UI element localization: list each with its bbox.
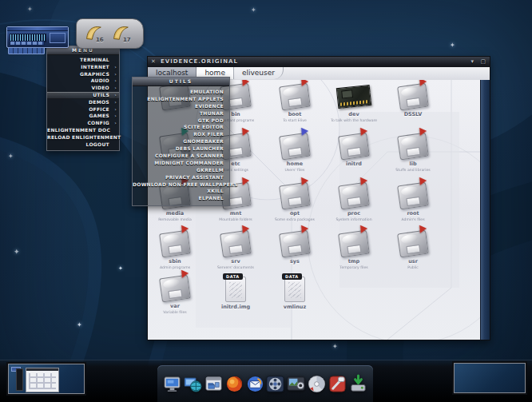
folder-item[interactable]: devTo talk with the hardware: [328, 85, 379, 122]
dock: [157, 365, 373, 402]
folder-item[interactable]: bootTo start Elive: [269, 85, 320, 122]
pager-workspace-2[interactable]: [454, 363, 526, 393]
menu-item-gtkpod[interactable]: GTK POD: [133, 117, 229, 125]
floppy-folder-icon: [338, 230, 370, 258]
menu-item-gnomebaker[interactable]: GNOMEBAKER: [133, 138, 229, 145]
floppy-folder-icon: [338, 182, 370, 210]
folder-item[interactable]: initrd: [328, 134, 379, 167]
sparkle-icon: ✦: [450, 42, 455, 49]
menu-item-emulation[interactable]: EMULATION: [133, 89, 229, 96]
close-icon[interactable]: ✕: [151, 57, 157, 67]
folder-item[interactable]: sys: [269, 232, 320, 265]
sparkle-icon: ✦: [118, 265, 123, 272]
data-file-icon: DATA: [284, 277, 305, 302]
e17-label: 17: [123, 37, 131, 43]
folder-item[interactable]: varVariable files: [149, 277, 200, 314]
folder-item[interactable]: srvServers' documents: [210, 232, 261, 269]
submenu-arrow-icon: ›: [114, 99, 117, 106]
menu-item-configure-scanner[interactable]: CONFIGURE A SCANNER: [133, 153, 229, 160]
menu-item-enlightenment-applets[interactable]: ENLIGHTENMENT APPLETS: [133, 96, 229, 103]
menu-item-download-wallpapers[interactable]: DOWNLOAD NON-FREE WALLPAPERS: [133, 181, 229, 189]
submenu-arrow-icon: ›: [114, 92, 117, 99]
floppy-folder-icon: [279, 133, 311, 161]
submenu-arrow-icon: ›: [114, 85, 117, 92]
scrollbar[interactable]: [480, 80, 490, 340]
menu-item-privacy-assistant[interactable]: PRIVACY ASSISTANT: [133, 174, 229, 181]
menu-item-evidence[interactable]: EVIDENCE: [133, 103, 229, 110]
sparkle-icon: ✦: [251, 6, 256, 14]
menu-item-terminal[interactable]: TERMINAL: [47, 57, 119, 64]
folder-item[interactable]: libStuffs and libraries: [387, 134, 439, 172]
graphics-tools-icon[interactable]: [328, 374, 347, 394]
menu-item-enlightenment-doc[interactable]: ENLIGHTENMENT DOC: [47, 127, 119, 134]
menu-item-video[interactable]: VIDEO›: [47, 85, 119, 92]
video-player-icon[interactable]: [265, 374, 285, 394]
folder-item[interactable]: procSystem information: [328, 184, 379, 221]
menu-item-games[interactable]: GAMES›: [47, 113, 119, 120]
player-buttons[interactable]: [10, 41, 45, 46]
utils-submenu: UTILS EMULATION ENLIGHTENMENT APPLETS EV…: [132, 77, 230, 206]
tab-eliveuser[interactable]: eliveuser: [234, 67, 284, 79]
submenu-title: UTILS: [133, 78, 229, 86]
shade-icon[interactable]: ▾: [470, 58, 474, 65]
desktop[interactable]: ✦ ✦ ✦ ✦ ✦ ✦ ✦ ✦ ✦ ✦ ✕ EVIDENCE.ORIGINAL …: [0, 0, 532, 402]
menu-item-thunar[interactable]: THUNAR: [133, 110, 229, 117]
player-display: [50, 33, 66, 43]
e16-label: 16: [96, 37, 104, 43]
folder-item[interactable]: usrPublic: [387, 232, 439, 269]
floppy-folder-icon: [397, 230, 429, 258]
window-titlebar[interactable]: ✕ EVIDENCE.ORIGINAL ▾ ▢: [148, 57, 490, 68]
submenu-arrow-icon: ›: [114, 120, 117, 127]
photo-viewer-icon[interactable]: [286, 374, 306, 394]
file-manager-icon[interactable]: [204, 374, 224, 394]
menu-item-scite-editor[interactable]: SCITE EDITOR: [133, 124, 229, 131]
floppy-folder-icon: [279, 83, 311, 111]
pager-menu-thumb: [16, 368, 23, 391]
folder-item[interactable]: sbinAdmin programs: [149, 232, 200, 269]
folder-item[interactable]: DSSLV: [387, 85, 439, 117]
folder-item[interactable]: optSome extra packages: [269, 184, 320, 221]
menu-item-graphics[interactable]: GRAPHICS›: [47, 71, 119, 78]
menu-item-internet[interactable]: INTERNET›: [47, 64, 119, 71]
web-browser-icon[interactable]: [224, 374, 244, 394]
maximize-icon[interactable]: ▢: [480, 58, 486, 65]
submenu-arrow-icon: ›: [114, 106, 117, 113]
floppy-folder-icon: [279, 230, 311, 258]
menu-item-rox-filer[interactable]: ROX FILER: [133, 131, 229, 138]
sparkle-icon: ✦: [14, 248, 20, 256]
network-icon[interactable]: [183, 374, 203, 394]
menu-item-elpanel[interactable]: ELPANEL: [133, 195, 229, 202]
cd-burner-icon[interactable]: [307, 374, 327, 394]
menu-item-gkrellm[interactable]: GKRELLM: [133, 167, 229, 174]
playlist-bar[interactable]: [8, 47, 45, 54]
sparkle-icon: ✦: [8, 153, 14, 160]
menu-item-reload-enlightenment[interactable]: RELOAD ENLIGHTENMENT: [47, 134, 119, 141]
menu-item-audio[interactable]: AUDIO›: [47, 78, 119, 85]
floppy-folder-icon: [338, 133, 370, 161]
menu-item-logout[interactable]: LOGOUT: [47, 141, 119, 149]
folder-item[interactable]: rootAdmin's files: [387, 184, 439, 221]
floppy-folder-icon: [397, 83, 429, 111]
audio-player-widget[interactable]: [6, 26, 69, 48]
floppy-folder-icon: [159, 275, 191, 303]
desktop-icon[interactable]: [162, 374, 182, 394]
folder-item[interactable]: tmpTemporary files: [328, 232, 379, 269]
floppy-folder-icon: [397, 182, 429, 210]
package-installer-icon[interactable]: [348, 374, 368, 394]
folder-item[interactable]: homeUsers' files: [269, 134, 320, 172]
floppy-folder-icon: [159, 230, 191, 258]
circuit-board-icon: [336, 85, 371, 109]
menu-item-config[interactable]: CONFIG›: [47, 120, 119, 127]
file-item[interactable]: DATAvmlinuz: [269, 277, 320, 310]
menu-item-debs-launcher[interactable]: DEBS LAUNCHER: [133, 145, 229, 153]
menu-item-xkill[interactable]: XKILL: [133, 188, 229, 195]
menu-item-utils[interactable]: UTILS›: [47, 92, 119, 99]
pager-workspace-1[interactable]: [8, 364, 85, 394]
menu-item-midnight-commander[interactable]: MIDNIGHT COMMANDER: [133, 160, 229, 167]
email-icon[interactable]: [245, 374, 265, 394]
floppy-folder-icon: [279, 182, 311, 210]
floppy-folder-icon: [220, 230, 252, 258]
menu-item-demos[interactable]: DEMOS›: [47, 99, 119, 106]
menu-item-office[interactable]: OFFICE›: [47, 106, 119, 113]
file-item[interactable]: DATAinitrd.img: [210, 277, 261, 310]
